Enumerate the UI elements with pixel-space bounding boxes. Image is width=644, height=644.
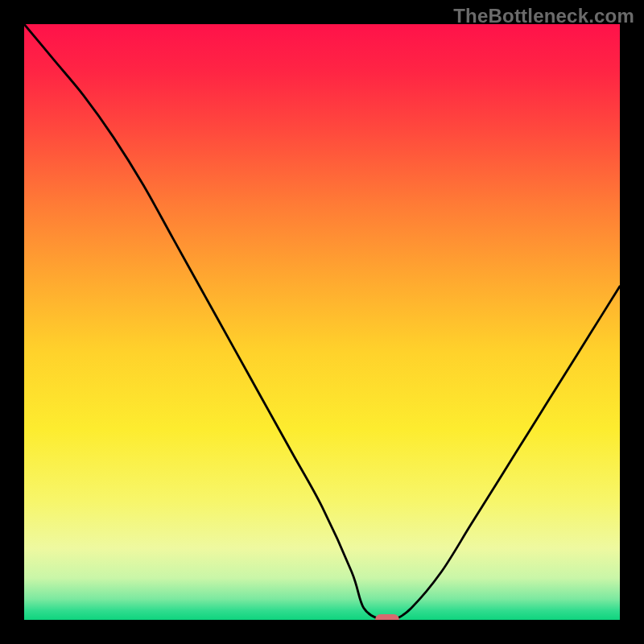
watermark-text: TheBottleneck.com — [453, 5, 634, 27]
optimal-point-marker — [375, 614, 399, 620]
plot-area — [24, 24, 620, 620]
chart-frame: TheBottleneck.com — [0, 0, 644, 644]
bottleneck-curve — [24, 24, 620, 620]
